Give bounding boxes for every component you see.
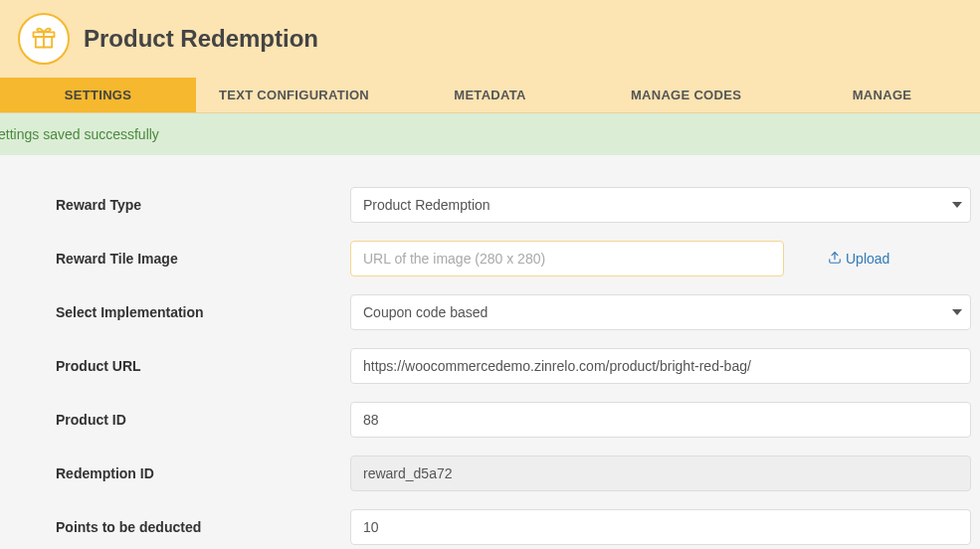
row-product-url: Product URL: [56, 348, 970, 384]
select-implementation[interactable]: Coupon code based: [350, 294, 971, 330]
row-reward-type: Reward Type Product Redemption: [56, 187, 970, 223]
upload-link[interactable]: Upload: [828, 251, 889, 268]
tab-manage[interactable]: MANAGE: [784, 78, 980, 112]
row-select-implementation: Select Implementation Coupon code based: [56, 294, 970, 330]
page-header: Product Redemption: [0, 0, 980, 78]
input-points-to-be-deducted[interactable]: [350, 509, 971, 545]
upload-label: Upload: [846, 251, 889, 267]
header-icon-wrap: [18, 13, 70, 65]
label-product-id: Product ID: [56, 412, 350, 428]
gift-icon: [30, 23, 58, 55]
settings-form: Reward Type Product Redemption Reward Ti…: [0, 155, 980, 549]
input-product-url[interactable]: [350, 348, 971, 384]
label-redemption-id: Redemption ID: [56, 465, 350, 481]
tabs-nav: SETTINGS TEXT CONFIGURATION METADATA MAN…: [0, 78, 980, 113]
tab-manage-codes[interactable]: MANAGE CODES: [588, 78, 784, 112]
tab-text-configuration[interactable]: TEXT CONFIGURATION: [196, 78, 392, 112]
input-redemption-id: [350, 456, 971, 491]
row-product-id: Product ID: [56, 402, 970, 438]
tab-settings[interactable]: SETTINGS: [0, 78, 196, 112]
upload-icon: [828, 251, 842, 268]
input-product-id[interactable]: [350, 402, 971, 438]
row-reward-tile-image: Reward Tile Image Upload: [56, 241, 970, 276]
select-reward-type[interactable]: Product Redemption: [350, 187, 971, 223]
label-select-implementation: Select Implementation: [56, 304, 350, 320]
label-reward-type: Reward Type: [56, 197, 350, 213]
success-banner: ettings saved successfully: [0, 113, 980, 155]
page-title: Product Redemption: [84, 25, 318, 53]
label-product-url: Product URL: [56, 358, 350, 374]
tab-metadata[interactable]: METADATA: [392, 78, 588, 112]
input-reward-tile-image[interactable]: [350, 241, 784, 276]
row-redemption-id: Redemption ID: [56, 456, 970, 491]
label-points-to-be-deducted: Points to be deducted: [56, 519, 350, 535]
label-reward-tile-image: Reward Tile Image: [56, 251, 350, 267]
row-points-to-be-deducted: Points to be deducted: [56, 509, 970, 545]
